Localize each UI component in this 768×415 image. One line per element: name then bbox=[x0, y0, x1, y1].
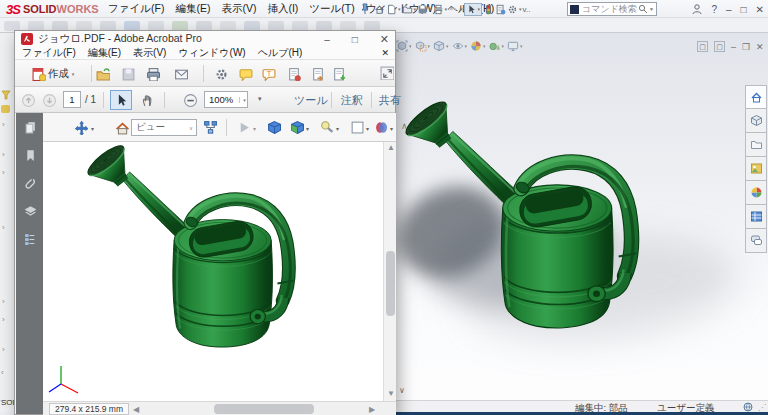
user-icon[interactable] bbox=[692, 4, 702, 15]
sw-menu-4[interactable]: ツール(T) bbox=[309, 2, 354, 16]
acrobat-minimize-icon[interactable]: – bbox=[324, 34, 330, 45]
cross-section-icon[interactable] bbox=[373, 119, 389, 135]
dropdown-arrow[interactable]: ▾ bbox=[520, 43, 523, 49]
view-combo[interactable]: ビュー∨ bbox=[131, 119, 197, 136]
command-search-box[interactable]: コマンド検索 ▼ bbox=[567, 2, 657, 16]
dropdown-arrow[interactable]: ▾ bbox=[409, 43, 412, 49]
sw-menu-0[interactable]: ファイル(F) bbox=[108, 2, 164, 16]
vscroll-thumb[interactable] bbox=[386, 251, 395, 316]
expand-toolbar-icon[interactable] bbox=[379, 65, 395, 81]
scroll-down-arrow[interactable]: ▼ bbox=[387, 389, 395, 398]
attach-doc-green-icon[interactable] bbox=[329, 64, 349, 84]
dropdown-arrow[interactable]: ▾ bbox=[483, 43, 486, 49]
qat-options-gear-icon[interactable]: ▾ bbox=[507, 4, 522, 15]
tree-expand-arrow[interactable]: › bbox=[2, 150, 5, 159]
acrobat-titlebar[interactable]: ジョウロ.PDF - Adobe Acrobat Pro – □ ✕ bbox=[15, 31, 395, 47]
play-dropdown[interactable]: ▾ bbox=[253, 125, 256, 132]
light-dropdown[interactable]: ▾ bbox=[336, 125, 339, 132]
globe-icon[interactable] bbox=[743, 402, 753, 412]
share-label[interactable]: 共有 bbox=[379, 93, 401, 108]
vertical-scrollbar[interactable]: ▲ ▼ bbox=[383, 142, 396, 401]
nav-down-icon[interactable] bbox=[41, 92, 57, 108]
taskpane-design-library-folder-icon[interactable] bbox=[745, 133, 767, 157]
nav-up-icon[interactable] bbox=[20, 92, 36, 108]
hscroll-left-arrow[interactable]: ◀ bbox=[133, 405, 139, 414]
qat-new-document-icon[interactable]: ▾ bbox=[386, 4, 401, 15]
menubar-close-icon[interactable]: ✕ bbox=[381, 48, 389, 58]
taskpane-forum-tab-icon[interactable] bbox=[745, 181, 767, 205]
rotate-dropdown[interactable]: ▾ bbox=[91, 125, 94, 132]
gear-icon[interactable] bbox=[211, 64, 231, 84]
tree-expand-arrow[interactable]: › bbox=[2, 315, 5, 324]
render-mode-cube-icon[interactable] bbox=[289, 119, 305, 135]
rotate-3d-icon[interactable] bbox=[72, 119, 89, 136]
select-tool-button[interactable] bbox=[110, 90, 132, 110]
sw-menu-1[interactable]: 編集(E) bbox=[175, 2, 210, 16]
watering-can-3d-model[interactable] bbox=[396, 95, 644, 334]
bg-dropdown[interactable]: ▾ bbox=[366, 125, 369, 132]
maximize-icon[interactable]: □ bbox=[741, 4, 747, 15]
bookmarks-icon[interactable] bbox=[22, 147, 38, 163]
collapse-3d-toolbar[interactable]: ∧ bbox=[401, 121, 408, 131]
toolbar-overflow[interactable]: v.. bbox=[523, 5, 531, 14]
comment-bubble-icon[interactable] bbox=[236, 64, 256, 84]
ac-menu-4[interactable]: ヘルプ(H) bbox=[258, 46, 303, 60]
render-dropdown[interactable]: ▾ bbox=[306, 125, 309, 132]
headsup-appearance-sphere-icon[interactable]: ▾ bbox=[470, 40, 486, 52]
headsup-scene-icon[interactable]: ▾ bbox=[489, 40, 505, 52]
dropdown-arrow[interactable]: ▾ bbox=[465, 43, 468, 49]
taskpane-appearances-tab-icon[interactable] bbox=[745, 157, 767, 181]
taskpane-comments-chat-icon[interactable] bbox=[745, 229, 767, 253]
headsup-zoom-area-icon[interactable]: ▾ bbox=[415, 40, 431, 52]
close-icon[interactable]: ✕ bbox=[756, 4, 764, 15]
dropdown-arrow[interactable]: ▾ bbox=[445, 6, 448, 12]
zoom-presets-arrow[interactable]: ▾ bbox=[258, 95, 262, 103]
open-folder-icon[interactable] bbox=[93, 64, 113, 84]
dropdown-arrow[interactable]: ▾ bbox=[446, 43, 449, 49]
hand-tool-button[interactable] bbox=[137, 90, 157, 110]
tree-expand-arrow[interactable]: › bbox=[2, 168, 5, 177]
print-icon-ac[interactable] bbox=[143, 64, 163, 84]
hscroll-thumb[interactable] bbox=[214, 404, 314, 414]
magnifier-icon[interactable] bbox=[638, 4, 648, 14]
watering-can-pdf-model[interactable] bbox=[79, 142, 300, 353]
doc-restore-icon[interactable]: ❐ bbox=[742, 42, 750, 52]
search-dropdown-arrow[interactable]: ▼ bbox=[649, 6, 654, 12]
home-view-icon[interactable] bbox=[114, 120, 130, 136]
dropdown-arrow[interactable]: ▾ bbox=[414, 6, 417, 12]
create-button[interactable]: 作成▾ bbox=[21, 63, 85, 84]
qat-save-icon[interactable]: ▾ bbox=[417, 4, 432, 15]
doc-window-icon-2[interactable]: ▢ bbox=[714, 41, 725, 52]
sw-menu-3[interactable]: 挿入(I) bbox=[267, 2, 298, 16]
headsup-zoom-fit-icon[interactable]: ▾ bbox=[396, 40, 412, 52]
dropdown-arrow[interactable]: ▾ bbox=[478, 6, 481, 12]
doc-window-icon-1[interactable]: ▢ bbox=[697, 41, 708, 52]
acrobat-maximize-icon[interactable]: □ bbox=[352, 34, 358, 45]
zoom-out-button[interactable] bbox=[181, 91, 198, 108]
qat-file-properties-icon[interactable] bbox=[495, 4, 506, 15]
attach-doc-red-icon[interactable] bbox=[284, 64, 304, 84]
dropdown-arrow[interactable]: ▾ bbox=[398, 6, 401, 12]
attach-doc-orange-icon[interactable] bbox=[308, 64, 328, 84]
hscroll-right-arrow[interactable]: ▶ bbox=[369, 405, 375, 414]
dropdown-arrow[interactable]: ▾ bbox=[519, 6, 522, 12]
taskpane-toolbox-tab-icon[interactable] bbox=[745, 109, 767, 133]
comment-label[interactable]: 注釈 bbox=[341, 93, 363, 108]
tree-expand-arrow[interactable]: › bbox=[2, 297, 5, 306]
pdf-canvas[interactable] bbox=[43, 142, 383, 401]
taskpane-home-tab-icon[interactable] bbox=[745, 85, 767, 109]
dropdown-arrow[interactable]: ▾ bbox=[428, 43, 431, 49]
ac-menu-3[interactable]: ウィンドウ(W) bbox=[178, 46, 245, 60]
headsup-monitor-icon[interactable]: ▾ bbox=[507, 40, 523, 52]
taskpane-custom-properties-tab-icon[interactable] bbox=[745, 205, 767, 229]
qat-rebuild-traffic-light-icon[interactable] bbox=[483, 4, 494, 15]
layers-icon[interactable] bbox=[22, 203, 38, 219]
dropdown-arrow[interactable]: ▾ bbox=[502, 43, 505, 49]
tree-collapse-arrow[interactable]: ‹ bbox=[1, 368, 4, 377]
light-icon[interactable] bbox=[319, 119, 335, 135]
help-icon[interactable]: ? bbox=[711, 4, 717, 15]
units-dropdown-arrow[interactable]: ▾ bbox=[708, 402, 712, 410]
play-animation-icon[interactable] bbox=[236, 119, 252, 135]
viewport-collapse-arrow[interactable]: ∨ bbox=[399, 386, 405, 395]
render-cube-icon[interactable] bbox=[266, 119, 282, 135]
